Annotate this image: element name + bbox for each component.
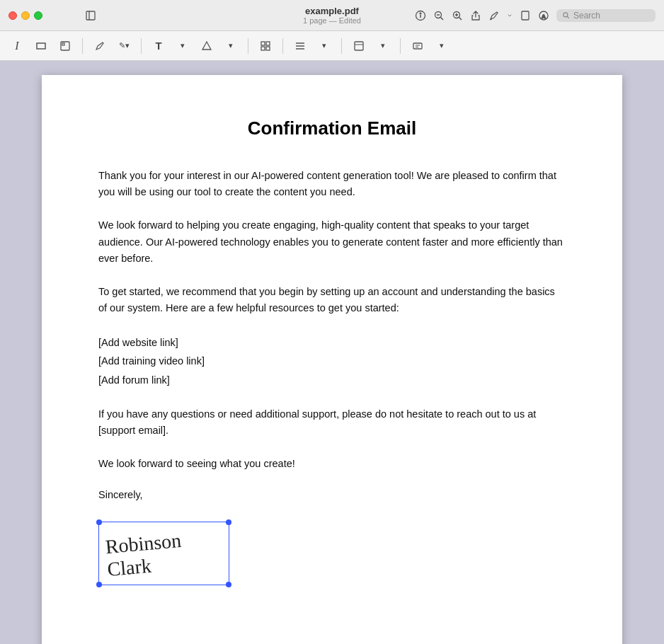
toolbar-sep-6 xyxy=(400,38,401,54)
arrange-icon xyxy=(260,40,271,52)
arrange-button[interactable] xyxy=(256,36,275,56)
pen-group-button[interactable]: ✎▾ xyxy=(114,36,134,56)
handle-bottom-left[interactable] xyxy=(96,582,102,587)
pencil-tool-button[interactable] xyxy=(90,36,110,56)
support-paragraph: If you have any questions or need additi… xyxy=(98,406,566,439)
shapes-icon xyxy=(201,40,212,52)
svg-rect-13 xyxy=(522,11,529,20)
info-icon[interactable] xyxy=(415,10,426,21)
annotate-icon xyxy=(412,40,423,52)
svg-rect-18 xyxy=(37,43,45,49)
links-list: [Add website link] [Add training video l… xyxy=(98,333,566,389)
markup-icon[interactable] xyxy=(488,10,500,21)
align-icon xyxy=(294,40,306,52)
toolbar-sep-3 xyxy=(248,38,248,54)
text-format-button[interactable]: T xyxy=(149,36,168,56)
svg-line-6 xyxy=(441,17,444,20)
handle-top-right[interactable] xyxy=(226,519,231,525)
svg-rect-24 xyxy=(266,47,270,50)
signature-area[interactable]: Robinson Clark xyxy=(98,522,229,585)
titlebar-center: example.pdf 1 page — Edited xyxy=(303,6,361,25)
titlebar: example.pdf 1 page — Edited xyxy=(0,0,664,31)
svg-rect-21 xyxy=(261,42,265,45)
svg-rect-23 xyxy=(261,47,265,50)
svg-text:A: A xyxy=(542,13,546,20)
shapes-dropdown-button[interactable]: ▾ xyxy=(221,36,241,56)
svg-rect-20 xyxy=(62,43,64,45)
svg-point-16 xyxy=(563,12,568,16)
svg-rect-30 xyxy=(413,43,422,49)
traffic-lights xyxy=(8,11,42,20)
svg-rect-22 xyxy=(266,42,270,45)
close-button[interactable] xyxy=(8,11,17,20)
image-tool-button[interactable] xyxy=(55,36,75,56)
paragraph-2: We look forward to helping you create en… xyxy=(98,217,566,267)
share-icon[interactable] xyxy=(470,10,481,21)
pdf-page: Confirmation Email Thank you for your in… xyxy=(42,75,622,644)
svg-line-9 xyxy=(459,17,462,20)
link-item-2: [Add training video link] xyxy=(98,352,566,370)
svg-rect-0 xyxy=(86,11,95,20)
search-placeholder: Search xyxy=(573,11,600,21)
zoom-out-icon[interactable] xyxy=(433,10,445,21)
align-button[interactable] xyxy=(290,36,310,56)
align-dropdown-button[interactable]: ▾ xyxy=(314,36,334,56)
titlebar-tools xyxy=(85,10,96,21)
svg-rect-28 xyxy=(355,42,363,50)
toolbar-sep-5 xyxy=(341,38,342,54)
view-dropdown-button[interactable]: ▾ xyxy=(373,36,393,56)
maximize-button[interactable] xyxy=(34,11,42,20)
svg-point-4 xyxy=(420,13,421,14)
signature-image: Robinson Clark xyxy=(105,526,224,581)
search-icon xyxy=(562,11,571,20)
pen-dropdown-icon[interactable] xyxy=(507,13,513,18)
link-item-1: [Add website link] xyxy=(98,333,566,352)
shapes-tool-button[interactable] xyxy=(197,36,217,56)
toolbar: I ✎▾ T ▾ ▾ xyxy=(0,31,664,61)
link-item-3: [Add forum link] xyxy=(98,371,566,389)
rectangle-icon xyxy=(35,40,47,52)
annotate-dropdown-button[interactable]: ▾ xyxy=(432,36,452,56)
main-content-area: Confirmation Email Thank you for your in… xyxy=(0,61,664,644)
highlight-icon[interactable]: A xyxy=(538,10,549,21)
handle-top-left[interactable] xyxy=(96,519,102,525)
document-filename: example.pdf xyxy=(305,6,359,16)
toolbar-sep-1 xyxy=(82,38,83,54)
document-subtitle: 1 page — Edited xyxy=(303,16,361,25)
image-icon xyxy=(59,40,71,52)
zoom-in-icon[interactable] xyxy=(452,10,463,21)
toolbar-sep-2 xyxy=(141,38,142,54)
pencil-icon xyxy=(94,40,105,52)
closing-line: We look forward to seeing what you creat… xyxy=(98,456,566,472)
text-dropdown-button[interactable]: ▾ xyxy=(173,36,193,56)
view-icon xyxy=(353,40,365,52)
handle-bottom-right[interactable] xyxy=(226,582,231,587)
valediction: Sincerely, xyxy=(98,489,566,500)
page-view-icon[interactable] xyxy=(520,10,531,21)
view-button[interactable] xyxy=(349,36,369,56)
paragraph-3: To get started, we recommend that you be… xyxy=(98,284,566,316)
text-tool-button[interactable]: I xyxy=(7,36,27,56)
titlebar-right: A Search xyxy=(415,9,656,22)
signature-box[interactable]: Robinson Clark xyxy=(98,522,229,585)
rectangle-tool-button[interactable] xyxy=(31,36,51,56)
sidebar-icon[interactable] xyxy=(85,10,96,21)
search-box[interactable]: Search xyxy=(556,9,656,22)
document-title: Confirmation Email xyxy=(98,117,566,139)
toolbar-sep-4 xyxy=(282,38,283,54)
paragraph-1: Thank you for your interest in our AI-po… xyxy=(98,168,566,200)
svg-line-17 xyxy=(567,16,569,18)
annotate-button[interactable] xyxy=(408,36,428,56)
minimize-button[interactable] xyxy=(21,11,30,20)
